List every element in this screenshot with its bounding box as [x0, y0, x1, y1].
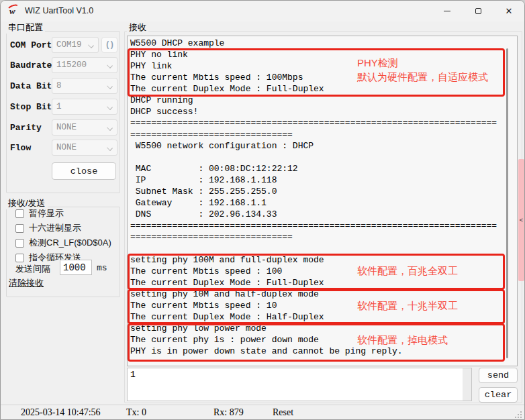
status-reset[interactable]: Reset — [273, 407, 293, 418]
maximize-icon — [475, 8, 481, 14]
close-port-button[interactable]: close — [52, 162, 116, 180]
stop-bit-select[interactable]: 1 — [52, 99, 117, 115]
side-panel-handle[interactable]: < — [518, 159, 524, 281]
terminal-line — [130, 152, 497, 164]
data-bit-label: Data Bit — [10, 81, 52, 91]
maximize-button[interactable] — [463, 1, 493, 21]
terminal-line: W5500 network configuration : DHCP — [130, 141, 497, 152]
flow-label: Flow — [10, 143, 31, 153]
terminal-line: ========================================… — [130, 221, 497, 232]
send-interval-input[interactable] — [60, 260, 92, 275]
minimize-button[interactable] — [432, 1, 463, 21]
annotation-phy-default: 默认为硬件配置，自适应模式 — [357, 71, 488, 84]
chevron-down-icon — [107, 145, 113, 151]
chevron-down-icon — [88, 42, 94, 48]
terminal-line: DNS : 202.96.134.33 — [130, 209, 497, 221]
send-interval-label: 发送间隔 — [15, 263, 50, 275]
annotation-full-duplex: 软件配置，百兆全双工 — [357, 265, 458, 278]
chevron-down-icon — [107, 125, 113, 131]
checkbox-icon — [15, 209, 24, 218]
resize-grip-icon[interactable] — [520, 417, 522, 418]
terminal-line: =============================== — [130, 129, 497, 141]
hex-display-checkbox[interactable]: 十六进制显示 — [15, 222, 81, 234]
title-bar: w WIZ UartTool V1.0 ✕ — [1, 1, 524, 21]
status-datetime: 2025-03-14 10:47:56 — [21, 407, 101, 418]
chevron-left-icon: < — [520, 217, 523, 223]
refresh-icon: () — [105, 40, 113, 50]
send-area: 1 — [127, 368, 472, 401]
status-bar: 2025-03-14 10:47:56 Tx: 0 Rx: 879 Reset — [1, 405, 524, 420]
send-interval-unit: ms — [97, 263, 107, 273]
receive-terminal[interactable]: W5500 DHCP example PHY no link PHY link … — [127, 36, 518, 366]
parity-select[interactable]: NONE — [52, 119, 117, 136]
terminal-line: Gateway : 192.168.1.1 — [130, 198, 497, 209]
terminal-line: MAC : 00:08:DC:12:22:12 — [130, 164, 497, 175]
app-window: w WIZ UartTool V1.0 ✕ 串口配置 接收/发送 接收 COM … — [0, 0, 525, 420]
close-icon: ✕ — [506, 7, 513, 15]
rxtx-group-label: 接收/发送 — [6, 197, 48, 209]
serial-config-group-label: 串口配置 — [6, 21, 45, 34]
send-input[interactable]: 1 — [127, 368, 472, 401]
chevron-down-icon — [107, 83, 113, 89]
clear-button[interactable]: clear — [479, 387, 518, 403]
baudrate-select[interactable]: 115200 — [52, 57, 117, 73]
annotation-power-down: 软件配置，掉电模式 — [357, 334, 448, 347]
terminal-line: DHCP running — [130, 95, 497, 107]
chevron-down-icon — [107, 62, 113, 68]
com-port-label: COM Port — [10, 40, 52, 50]
status-rx-count: Rx: 879 — [213, 407, 244, 418]
chevron-down-icon — [107, 104, 113, 110]
receive-group-label: 接收 — [127, 21, 148, 34]
annotation-phy-detect: PHY检测 — [357, 57, 398, 70]
wiznet-logo-icon: w — [7, 5, 22, 17]
checkbox-icon — [15, 224, 24, 233]
parity-label: Parity — [10, 123, 42, 133]
terminal-scrollbar[interactable] — [506, 48, 508, 358]
terminal-line: IP : 192.168.1.118 — [130, 175, 497, 187]
terminal-line: Subnet Mask : 255.255.255.0 — [130, 187, 497, 198]
refresh-ports-button[interactable]: () — [101, 37, 117, 53]
com-port-select[interactable]: COM19 — [52, 37, 99, 53]
stop-bit-label: Stop Bit — [10, 102, 52, 112]
flow-select[interactable]: NONE — [52, 140, 117, 156]
power-down-highlight-box — [128, 323, 505, 362]
send-button[interactable]: send — [479, 368, 518, 383]
checkbox-icon — [15, 254, 24, 262]
terminal-line: ========================================… — [130, 118, 497, 129]
data-bit-select[interactable]: 8 — [52, 78, 117, 94]
status-tx-count: Tx: 0 — [126, 407, 146, 418]
minimize-icon — [444, 11, 450, 11]
terminal-line: DHCP success! — [130, 107, 497, 118]
checkbox-icon — [15, 239, 24, 248]
window-title: WIZ UartTool V1.0 — [25, 6, 93, 15]
close-window-button[interactable]: ✕ — [493, 1, 524, 21]
annotation-half-duplex: 软件配置，十兆半双工 — [357, 300, 458, 313]
crlf-detect-checkbox[interactable]: 检测CR_LF($0D$0A) — [15, 237, 111, 249]
send-input-scrollbar[interactable] — [463, 368, 471, 401]
baudrate-label: Baudrate — [10, 60, 52, 70]
terminal-line: =============================== — [130, 232, 497, 244]
clear-receive-link[interactable]: 清除接收 — [9, 277, 44, 289]
